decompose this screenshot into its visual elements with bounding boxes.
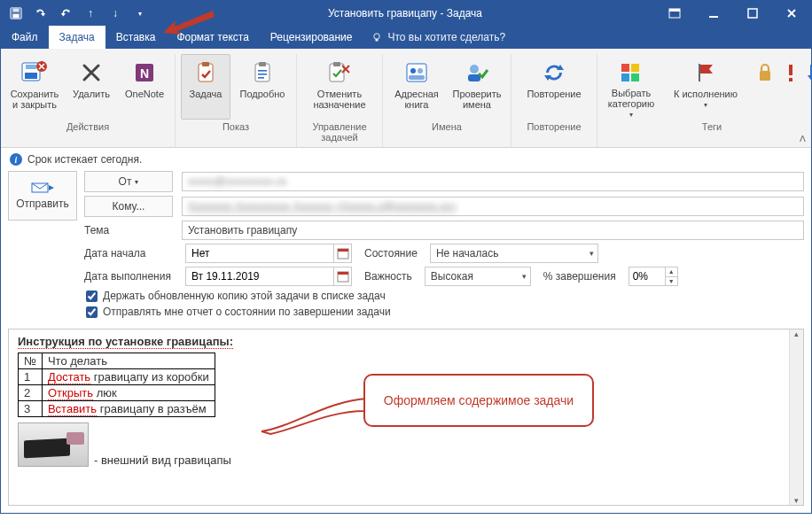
save-close-label: Сохранить и закрыть (11, 89, 59, 110)
start-date-field[interactable] (185, 244, 352, 263)
col-what: Что делать (42, 353, 215, 369)
ribbon: Сохранить и закрыть Удалить N OneNote Де… (1, 49, 811, 148)
chevron-down-icon: ▾ (589, 249, 594, 258)
svg-rect-37 (631, 64, 639, 72)
collapse-ribbon-icon[interactable]: ᐱ (800, 134, 806, 143)
svg-rect-43 (789, 78, 792, 81)
svg-rect-51 (338, 249, 348, 252)
address-book-button[interactable]: Адресная книга (388, 54, 445, 120)
redo-icon[interactable] (59, 7, 72, 19)
undo-icon[interactable] (35, 7, 47, 19)
svg-rect-25 (258, 77, 264, 79)
send-report-checkbox[interactable]: Отправлять мне отчет о состоянии по заве… (86, 306, 804, 318)
group-show-label: Показ (181, 120, 291, 135)
svg-rect-42 (789, 65, 792, 75)
calendar-icon[interactable] (333, 267, 351, 285)
keep-copy-label: Держать обновленную копию этой задачи в … (103, 290, 386, 302)
info-bar: i Срок истекает сегодня. (1, 148, 811, 171)
svg-rect-31 (409, 75, 425, 80)
due-date-label: Дата выполнения (84, 270, 173, 283)
check-names-button[interactable]: Проверить имена (449, 54, 505, 120)
chevron-down-icon: ▾ (704, 101, 707, 109)
task-view-label: Задача (190, 89, 223, 99)
svg-point-29 (410, 68, 416, 74)
save-close-button[interactable]: Сохранить и закрыть (6, 54, 63, 120)
low-importance-button[interactable] (803, 54, 812, 120)
details-view-label: Подробно (240, 89, 285, 99)
tab-task[interactable]: Задача (49, 26, 105, 49)
minimize-button[interactable] (694, 1, 733, 26)
task-view-button[interactable]: Задача (181, 54, 230, 120)
prev-item-icon[interactable]: ↑ (84, 7, 97, 19)
recurrence-label: Повторение (527, 89, 581, 99)
scroll-down-icon[interactable]: ▾ (794, 496, 799, 505)
vertical-scrollbar[interactable]: ▴ ▾ (789, 329, 803, 505)
from-button[interactable]: От▾ (84, 171, 173, 192)
private-button[interactable] (752, 54, 778, 120)
priority-value: Высокая (431, 270, 473, 283)
svg-rect-38 (621, 74, 629, 81)
status-select[interactable]: Не началась▾ (430, 244, 598, 263)
tab-review[interactable]: Рецензирование (260, 26, 363, 49)
task-body-editor[interactable]: Инструкция по установке гравицапы: №Что … (8, 329, 804, 506)
table-row: 3Вставить гравицапу в разъём (19, 401, 215, 417)
categorize-button[interactable]: Выбрать категорию ▾ (603, 54, 660, 120)
svg-rect-33 (468, 74, 480, 81)
annotation-callout: Оформляем содержимое задачи (363, 374, 594, 427)
recurrence-button[interactable]: Повторение (517, 54, 591, 120)
svg-rect-9 (709, 16, 718, 18)
group-recurrence-label: Повторение (517, 120, 591, 135)
spin-up-icon[interactable]: ▲ (666, 267, 677, 276)
priority-select[interactable]: Высокая▾ (425, 267, 531, 286)
svg-rect-8 (669, 9, 680, 12)
svg-marker-45 (808, 75, 812, 81)
annotation-callout-tail (257, 391, 381, 436)
annotation-callout-text: Оформляем содержимое задачи (384, 393, 574, 407)
close-button[interactable] (772, 1, 811, 26)
calendar-icon[interactable] (333, 244, 351, 262)
cancel-assignment-button[interactable]: Отменить назначение (302, 54, 377, 120)
tab-format[interactable]: Формат текста (166, 26, 259, 49)
follow-up-label: К исполнению (674, 89, 738, 99)
subject-label: Тема (84, 224, 173, 236)
status-value: Не началась (436, 247, 499, 260)
ribbon-display-button[interactable] (655, 1, 694, 26)
svg-rect-3 (13, 14, 20, 18)
tab-insert[interactable]: Вставка (105, 26, 167, 49)
tab-file[interactable]: Файл (1, 26, 49, 49)
window-title: Установить гравицапу - Задача (155, 7, 655, 19)
chevron-down-icon: ▾ (629, 111, 633, 119)
priority-label: Важность (364, 270, 412, 283)
spin-down-icon[interactable]: ▼ (666, 276, 677, 286)
tell-me[interactable]: Что вы хотите сделать? (363, 31, 514, 43)
tab-file-label: Файл (12, 31, 38, 43)
details-view-button[interactable]: Подробно (234, 54, 291, 120)
start-date-label: Дата начала (84, 247, 173, 260)
qa-customize-icon[interactable]: ▾ (134, 7, 146, 19)
subject-field[interactable]: Установить гравицапу (182, 221, 804, 240)
save-icon[interactable] (10, 7, 22, 19)
svg-rect-23 (258, 70, 267, 72)
instruction-table: №Что делать 1Достать гравицапу из коробк… (18, 353, 215, 417)
to-button[interactable]: Кому... (84, 196, 173, 217)
high-importance-button[interactable] (782, 54, 800, 120)
scroll-up-icon[interactable]: ▴ (794, 329, 799, 338)
percent-complete-field[interactable]: ▲▼ (629, 267, 678, 286)
due-date-field[interactable] (185, 267, 352, 286)
tab-format-label: Формат текста (176, 31, 248, 43)
svg-marker-49 (49, 185, 54, 190)
next-item-icon[interactable]: ↓ (109, 7, 121, 19)
to-field[interactable]: Xxxxxxxx Xxxxxxxxxx Xxxxxxx <Xxxxxx.x@xx… (182, 197, 804, 216)
keep-copy-checkbox[interactable]: Держать обновленную копию этой задачи в … (86, 290, 804, 302)
onenote-button[interactable]: N OneNote (120, 54, 169, 120)
chevron-down-icon: ▾ (135, 178, 138, 186)
svg-point-32 (470, 65, 479, 74)
col-num: № (19, 353, 43, 369)
ribbon-tabs: Файл Задача Вставка Формат текста Реценз… (1, 26, 811, 49)
svg-rect-24 (258, 74, 267, 75)
follow-up-button[interactable]: К исполнению ▾ (663, 54, 748, 120)
delete-button[interactable]: Удалить (66, 54, 116, 120)
maximize-button[interactable] (733, 1, 772, 26)
subject-value: Установить гравицапу (188, 224, 297, 236)
send-button[interactable]: Отправить (8, 171, 77, 221)
